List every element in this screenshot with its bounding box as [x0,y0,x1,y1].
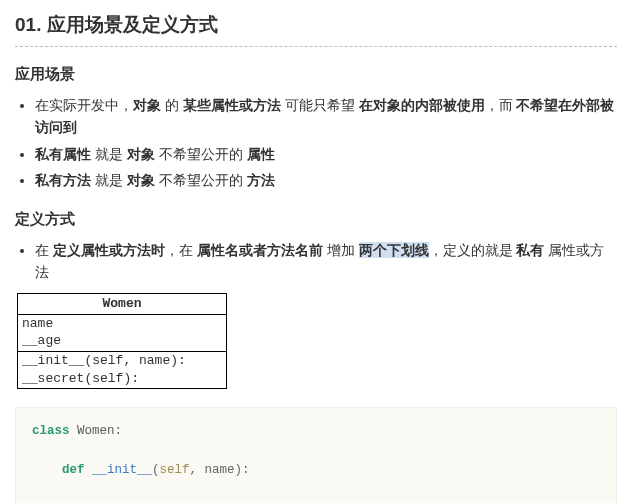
list-item: 在 定义属性或方法时，在 属性名或者方法名前 增加 两个下划线，定义的就是 私有… [35,239,617,284]
highlight-two-underscores: 两个下划线 [359,242,429,258]
code-text: ( [152,463,160,477]
text: 不希望公开的 [155,146,247,162]
diagram-line: name [22,315,222,333]
diagram-line: __init__(self, name): [22,352,222,370]
define-list: 在 定义属性或方法时，在 属性名或者方法名前 增加 两个下划线，定义的就是 私有… [15,239,617,284]
text: 的 [161,97,183,113]
bold: 属性名或者方法名前 [197,242,323,258]
list-item: 私有方法 就是 对象 不希望公开的 方法 [35,169,617,191]
code-text: : [115,424,123,438]
code-text: , name): [190,463,250,477]
text: 不希望公开的 [155,172,247,188]
page-title: 01. 应用场景及定义方式 [15,12,617,47]
diagram-title: Women [18,294,226,315]
code-classname: Women [70,424,115,438]
diagram-attributes: name __age [18,315,226,352]
text: 就是 [91,146,127,162]
bold: 属性 [247,146,275,162]
bold: 定义属性或方法时 [53,242,165,258]
class-diagram: Women name __age __init__(self, name): _… [17,293,227,389]
code-fn: __init__ [85,463,153,477]
code-block: class Women: def __init__(self, name): s… [15,407,617,503]
bold: 对象 [127,172,155,188]
diagram-methods: __init__(self, name): __secret(self): [18,352,226,388]
list-item: 在实际开发中，对象 的 某些属性或方法 可能只希望 在对象的内部被使用，而 不希… [35,94,617,139]
diagram-line: __secret(self): [22,370,222,388]
usage-list: 在实际开发中，对象 的 某些属性或方法 可能只希望 在对象的内部被使用，而 不希… [15,94,617,192]
bold: 私有 [516,242,544,258]
list-item: 私有属性 就是 对象 不希望公开的 属性 [35,143,617,165]
text: ，定义的就是 [429,242,517,258]
bold: 方法 [247,172,275,188]
section-define-title: 定义方式 [15,210,617,229]
text: 可能只希望 [281,97,359,113]
section-usage-title: 应用场景 [15,65,617,84]
text: 就是 [91,172,127,188]
bold: 对象 [127,146,155,162]
code-keyword: class [32,424,70,438]
bold: 在对象的内部被使用 [359,97,485,113]
code-keyword: def [62,463,85,477]
diagram-line: __age [22,332,222,350]
text: 在 [35,242,53,258]
text: 在实际开发中， [35,97,133,113]
code-self: self [160,463,190,477]
text: ，而 [485,97,517,113]
text: 增加 [323,242,359,258]
text: ，在 [165,242,197,258]
bold: 私有属性 [35,146,91,162]
bold: 对象 [133,97,161,113]
bold: 私有方法 [35,172,91,188]
bold: 某些属性或方法 [183,97,281,113]
